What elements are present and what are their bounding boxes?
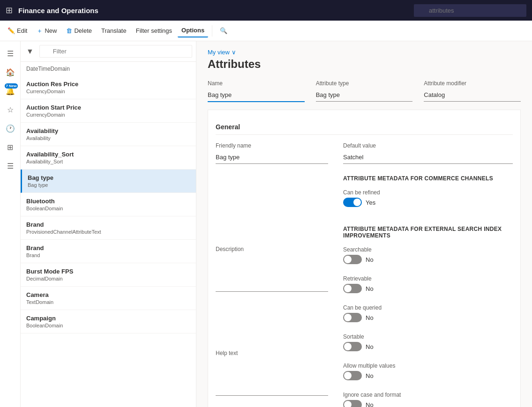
options-label: Options bbox=[181, 27, 204, 34]
notification-button[interactable]: 🔔 7 New bbox=[2, 82, 19, 99]
app-title: Finance and Operations bbox=[18, 7, 408, 15]
recent-button[interactable]: 🕐 bbox=[2, 120, 19, 137]
allow-multiple-value: No bbox=[366, 372, 374, 379]
sidebar-icons: ☰ 🏠 🔔 7 New ☆ 🕐 ⊞ ☰ bbox=[0, 41, 21, 407]
modules-button[interactable]: ☰ bbox=[2, 157, 19, 174]
general-section: General Friendly name Description Help t… bbox=[208, 110, 521, 407]
can-be-refined-value: Yes bbox=[366, 199, 375, 206]
searchable-field: Searchable No bbox=[343, 246, 513, 266]
list-item-subtitle: CurrencyDomain bbox=[26, 112, 190, 118]
list-item-title: Camera bbox=[26, 291, 190, 298]
list-item[interactable]: Camera TextDomain bbox=[21, 287, 196, 310]
searchable-value: No bbox=[366, 256, 374, 263]
list-search-wrapper: 🔍 bbox=[39, 45, 192, 58]
sortable-toggle-wrapper: No bbox=[343, 342, 513, 351]
edit-label: Edit bbox=[17, 27, 27, 34]
name-label: Name bbox=[208, 80, 305, 87]
notification-badge: 7 New bbox=[5, 83, 17, 89]
attribute-modifier-label: Attribute modifier bbox=[424, 80, 521, 87]
list-item-title: Brand bbox=[26, 221, 190, 228]
list-item[interactable]: Availability Availability bbox=[21, 123, 196, 146]
allow-multiple-label: Allow multiple values bbox=[343, 363, 513, 369]
can-be-queried-value: No bbox=[366, 314, 374, 321]
edit-button[interactable]: ✏️ Edit bbox=[4, 24, 31, 37]
friendly-name-input[interactable] bbox=[216, 151, 328, 164]
new-icon: ＋ bbox=[37, 27, 43, 35]
left-column: Friendly name Description Help text bbox=[216, 142, 328, 407]
retrievable-toggle[interactable] bbox=[343, 284, 362, 293]
list-item[interactable]: Auction Start Price CurrencyDomain bbox=[21, 99, 196, 123]
attribute-type-field: Attribute type bbox=[316, 80, 413, 102]
allow-multiple-field: Allow multiple values No bbox=[343, 363, 513, 382]
options-button[interactable]: Options bbox=[178, 24, 208, 37]
can-be-refined-field: Can be refined Yes bbox=[343, 189, 513, 209]
list-item[interactable]: Brand Brand bbox=[21, 240, 196, 263]
translate-button[interactable]: Translate bbox=[97, 24, 130, 37]
searchable-label: Searchable bbox=[343, 246, 513, 253]
attribute-modifier-input[interactable] bbox=[424, 89, 521, 102]
new-button[interactable]: ＋ New bbox=[33, 24, 60, 38]
list-item-subtitle: Availability_Sort bbox=[26, 159, 190, 164]
list-item-subtitle: BooleanDomain bbox=[26, 206, 190, 211]
attribute-type-input[interactable] bbox=[316, 89, 413, 102]
list-item-subtitle: BooleanDomain bbox=[26, 323, 190, 328]
favorites-button[interactable]: ☆ bbox=[2, 101, 19, 118]
list-item[interactable]: Burst Mode FPS DecimalDomain bbox=[21, 263, 196, 287]
description-field: Description bbox=[216, 246, 328, 342]
can-be-queried-field: Can be queried No bbox=[343, 304, 513, 324]
list-item-subtitle: CurrencyDomain bbox=[26, 89, 190, 94]
retrievable-field: Retrievable No bbox=[343, 275, 513, 295]
list-item[interactable]: Campaign BooleanDomain bbox=[21, 310, 196, 333]
list-search-input[interactable] bbox=[39, 45, 192, 58]
home-button[interactable]: 🏠 bbox=[2, 64, 19, 81]
sortable-toggle[interactable] bbox=[343, 342, 362, 351]
can-be-refined-toggle[interactable] bbox=[343, 198, 362, 207]
default-value-input[interactable] bbox=[343, 151, 513, 164]
can-be-queried-toggle[interactable] bbox=[343, 313, 362, 322]
list-item-title: Brand bbox=[26, 244, 190, 252]
list-item[interactable]: Auction Res Price CurrencyDomain bbox=[21, 76, 196, 99]
delete-label: Delete bbox=[74, 27, 92, 34]
commerce-metadata-header: ATTRIBUTE METADATA FOR COMMERCE CHANNELS bbox=[343, 175, 513, 182]
translate-label: Translate bbox=[101, 27, 127, 34]
description-input[interactable] bbox=[216, 254, 328, 292]
list-item[interactable]: Brand ProvisionedChannelAttributeText bbox=[21, 216, 196, 240]
sortable-value: No bbox=[366, 343, 374, 350]
list-item-title: Burst Mode FPS bbox=[26, 268, 190, 275]
allow-multiple-toggle[interactable] bbox=[343, 371, 362, 380]
default-value-label: Default value bbox=[343, 142, 513, 149]
help-text-field: Help text bbox=[216, 350, 328, 407]
delete-icon: 🗑 bbox=[66, 27, 72, 34]
list-item-title: Availability_Sort bbox=[26, 151, 190, 158]
list-item[interactable]: Availability_Sort Availability_Sort bbox=[21, 146, 196, 170]
retrievable-label: Retrievable bbox=[343, 275, 513, 282]
name-input[interactable] bbox=[208, 89, 305, 102]
list-items: DateTimeDomain Auction Res Price Currenc… bbox=[21, 62, 196, 407]
list-panel: ▼ 🔍 DateTimeDomain Auction Res Price Cur… bbox=[21, 41, 196, 407]
list-item-subtitle: TextDomain bbox=[26, 299, 190, 305]
view-selector[interactable]: My view ∨ bbox=[208, 49, 521, 56]
list-filter-button[interactable]: ▼ bbox=[24, 45, 36, 58]
top-bar: ⊞ Finance and Operations 🔍 bbox=[0, 0, 532, 21]
filter-settings-button[interactable]: Filter settings bbox=[132, 24, 176, 37]
grid-icon[interactable]: ⊞ bbox=[6, 5, 13, 15]
ignore-case-toggle[interactable] bbox=[343, 400, 362, 407]
datetime-header: DateTimeDomain bbox=[21, 62, 196, 76]
sortable-label: Sortable bbox=[343, 333, 513, 340]
list-item-subtitle: DecimalDomain bbox=[26, 276, 190, 281]
list-item-subtitle: Bag type bbox=[28, 182, 190, 188]
searchable-toggle[interactable] bbox=[343, 255, 362, 264]
help-text-label: Help text bbox=[216, 350, 328, 356]
can-be-refined-label: Can be refined bbox=[343, 189, 513, 196]
new-label: New bbox=[45, 27, 57, 34]
retrievable-toggle-wrapper: No bbox=[343, 284, 513, 293]
description-label: Description bbox=[216, 246, 328, 252]
list-item[interactable]: Bag type Bag type bbox=[21, 170, 196, 193]
workspaces-button[interactable]: ⊞ bbox=[2, 139, 19, 155]
global-search-input[interactable] bbox=[414, 4, 526, 17]
help-text-input[interactable] bbox=[216, 358, 328, 396]
search-toolbar-button[interactable]: 🔍 bbox=[216, 24, 231, 37]
delete-button[interactable]: 🗑 Delete bbox=[62, 24, 96, 37]
list-item[interactable]: Bluetooth BooleanDomain bbox=[21, 193, 196, 216]
hamburger-menu-button[interactable]: ☰ bbox=[2, 45, 19, 62]
